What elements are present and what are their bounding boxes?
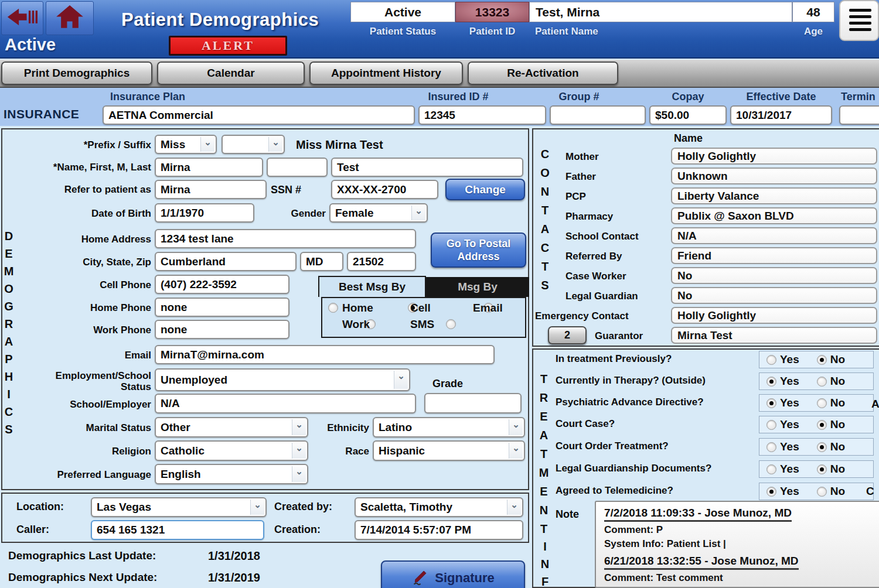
school-employer-field[interactable]: N/A (155, 394, 416, 413)
marital-status-dropdown[interactable]: Other⌄ (155, 417, 308, 437)
contact-field-guarantor[interactable]: Mirna Test (671, 327, 877, 344)
patient-name-label: Patient Name (535, 26, 598, 37)
change-button[interactable]: Change (445, 179, 525, 200)
question-label-0: In treatment Previously? (556, 353, 672, 365)
radio-no-1[interactable] (817, 377, 827, 387)
note-heading-0: 7/2/2018 11:09:33 - Jose Munoz, MD (604, 507, 792, 522)
contact-label-pcp: PCP (565, 191, 586, 203)
back-button[interactable] (1, 1, 43, 35)
contact-field-referred-by[interactable]: Friend (671, 247, 877, 264)
group-field[interactable] (550, 105, 646, 125)
home-address-field[interactable]: 1234 test lane (155, 229, 416, 248)
appointment-history-button[interactable]: Appointment History (309, 61, 463, 85)
question-radio-group-0: Yes No (759, 351, 874, 368)
state-field[interactable]: MD (300, 252, 343, 271)
contact-field-pcp[interactable]: Liberty Valance (671, 187, 877, 204)
created-by-dropdown[interactable]: Scaletta, Timothy⌄ (355, 497, 523, 517)
contact-field-pharmacy[interactable]: Publix @ Saxon BLVD (671, 207, 877, 224)
termination-field[interactable] (839, 105, 879, 125)
yes-label-5: Yes (780, 463, 799, 476)
contact-field-emergency-contact[interactable]: Holly Golightly (671, 307, 877, 324)
question-radio-group-3: Yes No (759, 416, 874, 433)
note-box[interactable]: 7/2/2018 11:09:33 - Jose Munoz, MD Comme… (595, 501, 879, 588)
gender-dropdown[interactable]: Female⌄ (329, 203, 428, 223)
menu-button[interactable] (839, 0, 879, 41)
tab-best-msg-by[interactable]: Best Msg By (318, 276, 426, 297)
display-name-text: Miss Mirna Test (296, 138, 383, 152)
print-demographics-button[interactable]: Print Demographics (1, 61, 152, 85)
chevron-down-icon: ⌄ (268, 137, 282, 152)
employment-status-dropdown[interactable]: Unemployed⌄ (155, 368, 410, 391)
home-phone-field[interactable]: none (155, 298, 289, 317)
radio-no-4[interactable] (817, 442, 827, 452)
patient-id-field[interactable]: 13323 (455, 2, 529, 22)
alert-button[interactable]: ALERT (169, 36, 287, 56)
note-line: System Info: Patient List | (604, 538, 874, 550)
suffix-dropdown[interactable]: ⌄ (222, 135, 285, 154)
middle-name-field[interactable] (267, 158, 328, 177)
radio-yes-3[interactable] (766, 420, 776, 430)
patient-status-field[interactable]: Active (350, 2, 455, 22)
radio-no-5[interactable] (817, 464, 827, 474)
last-update-value: 1/31/2018 (208, 549, 260, 563)
contact-field-legal-guardian[interactable]: No (671, 287, 877, 304)
email-field[interactable]: MirnaT@mirna.com (155, 345, 495, 364)
chevron-down-icon: ⌄ (292, 443, 306, 459)
no-label-2: No (830, 396, 845, 409)
insured-id-column-label: Insured ID # (423, 91, 493, 103)
dob-field[interactable]: 1/1/1970 (155, 203, 254, 223)
radio-no-3[interactable] (817, 420, 827, 430)
location-dropdown[interactable]: Las Vegas⌄ (91, 497, 267, 517)
reactivation-button[interactable]: Re-Activation (468, 61, 618, 85)
refer-as-field[interactable]: Mirna (155, 180, 267, 199)
radio-no-2[interactable] (817, 398, 827, 408)
contact-field-father[interactable]: Unknown (671, 167, 877, 184)
tab-msg-by[interactable]: Msg By (426, 277, 529, 297)
religion-dropdown[interactable]: Catholic⌄ (155, 440, 308, 461)
work-phone-field[interactable]: none (155, 320, 289, 339)
postal-address-button[interactable]: Go To PostalAddress (431, 233, 526, 268)
radio-yes-4[interactable] (766, 442, 776, 452)
ssn-field[interactable]: XXX-XX-2700 (331, 180, 438, 199)
calendar-button[interactable]: Calendar (157, 61, 305, 85)
contacts-name-header: Name (674, 132, 703, 145)
effective-date-field[interactable]: 10/31/2017 (730, 105, 832, 125)
prefix-dropdown[interactable]: Miss⌄ (155, 135, 217, 154)
age-field[interactable]: 48 (792, 2, 834, 22)
caller-field[interactable]: 654 165 1321 (91, 520, 264, 540)
radio-yes-5[interactable] (766, 464, 776, 474)
last-name-field[interactable]: Test (331, 158, 523, 177)
cell-phone-field[interactable]: (407) 222-3592 (155, 275, 289, 294)
contact-label-mother: Mother (565, 151, 599, 163)
insured-id-field[interactable]: 12345 (418, 105, 546, 125)
radio-msg-home[interactable] (328, 303, 338, 313)
guarantor-count-button[interactable]: 2 (548, 326, 587, 344)
radio-yes-1[interactable] (766, 377, 776, 387)
radio-no-0[interactable] (817, 355, 827, 365)
first-name-field[interactable]: Mirna (155, 158, 263, 177)
radio-yes-6[interactable] (766, 487, 776, 497)
radio-yes-2[interactable] (766, 398, 776, 408)
school-employer-label: School/Employer (35, 399, 151, 411)
radio-no-6[interactable] (817, 487, 827, 497)
contact-label-legal-guardian: Legal Guardian (565, 290, 638, 302)
contact-field-school-contact[interactable]: N/A (671, 227, 877, 244)
patient-name-field[interactable]: Test, Mirna (529, 2, 792, 22)
race-dropdown[interactable]: Hispanic⌄ (373, 440, 525, 461)
edge-fragment-c: C (866, 485, 874, 498)
ethnicity-dropdown[interactable]: Latino⌄ (373, 417, 525, 437)
preferred-language-dropdown[interactable]: English⌄ (155, 464, 308, 484)
signature-button[interactable]: Signature (381, 560, 525, 588)
grade-field[interactable] (424, 393, 522, 413)
creation-field[interactable]: 7/14/2014 5:57:07 PM (355, 520, 523, 540)
radio-yes-0[interactable] (766, 355, 776, 365)
city-field[interactable]: Cumberland (155, 252, 297, 271)
insurance-plan-field[interactable]: AETNA Commercial (103, 105, 415, 125)
contact-field-case-worker[interactable]: No (671, 267, 877, 284)
copay-field[interactable]: $50.00 (649, 105, 727, 125)
radio-msg-sms[interactable] (446, 319, 456, 329)
home-button[interactable] (46, 1, 94, 35)
contact-field-mother[interactable]: Holly Golightly (671, 148, 877, 165)
gender-label: Gender (277, 208, 326, 220)
zip-field[interactable]: 21502 (347, 252, 416, 271)
